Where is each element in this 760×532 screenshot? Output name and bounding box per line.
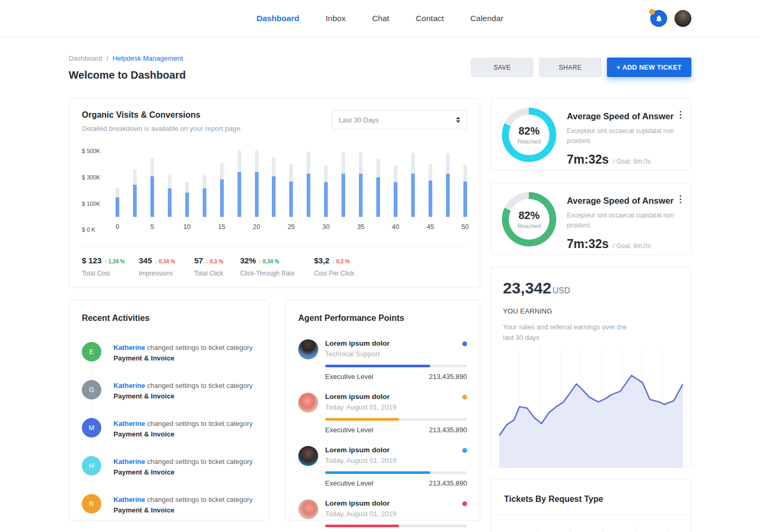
agent-performance-card: Agent Performance Points Lorem ipsum dol… [285,300,480,520]
activity-action: changed settings to ticket category [147,344,253,352]
page-actions: SAVE SHARE + ADD NEW TICKET [471,58,691,77]
x-tick [341,223,345,233]
kebab-menu-icon[interactable] [680,195,681,203]
activity-actor[interactable]: Katherine [113,382,145,390]
x-tick: 40 [394,223,397,233]
kpi-delta: ↓ 0,3 % [332,259,349,264]
header-icons [650,10,691,27]
kpi-value: 345 [139,256,152,265]
x-tick [272,223,276,233]
activity-text: Katherine changed settings to ticket cat… [113,380,253,401]
nav-item-inbox[interactable]: Inbox [326,14,346,23]
organic-bar-chart: $ 500K$ 300K$ 100K$ 0 K [116,148,467,217]
activity-avatar: M [82,418,101,438]
activity-text: Katherine changed settings to ticket cat… [113,494,253,515]
kebab-menu-icon[interactable] [680,111,681,119]
y-tick: $ 100K [82,201,100,207]
average-speed-card: 82% Reached Average Speed of Answer Exce… [491,183,691,255]
bar [203,148,206,217]
x-tick: 10 [185,223,189,233]
agent-name: Lorem ipsum dolor [325,499,396,507]
activity-item[interactable]: H Katherine changed settings to ticket c… [82,456,256,477]
earnings-currency: USD [553,286,571,296]
organic-card-title: Organic Visits & Conversions [82,110,242,120]
nav-item-chat[interactable]: Chat [372,14,390,23]
speed-cards: 82% Reached Average Speed of Answer Exce… [491,98,691,255]
agent-row[interactable]: Lorem ipsum dolor Today, August 01, 2019… [298,393,467,434]
agent-list: Lorem ipsum dolor Technical Support Exec… [298,339,467,532]
activity-item[interactable]: E Katherine changed settings to ticket c… [82,342,256,363]
user-avatar[interactable] [674,10,691,27]
bar [272,148,276,217]
bar [394,148,397,217]
x-axis-ticks: 05101520253035404550 [116,223,467,233]
y-tick: $ 0 K [82,226,96,233]
agent-name: Lorem ipsum dolor [325,446,396,454]
page-topbar: Dashboard / Helpdesk Management Welcome … [69,54,691,81]
bell-icon [655,14,663,23]
bar [307,148,310,217]
x-tick: 45 [429,223,432,233]
notification-badge [649,9,655,15]
speed-value: 7m:32s [567,153,609,167]
activity-actor[interactable]: Katherine [113,496,145,504]
agent-progress-fill [325,365,430,367]
bar [411,148,415,217]
x-tick [307,223,310,233]
y-tick: $ 500K [82,148,100,154]
organic-card-subtitle: Detailed breakdown is available on your … [82,125,242,132]
recent-activities-title: Recent Activities [82,314,256,323]
activity-actor[interactable]: Katherine [113,420,145,428]
kpi-stat: 57↓ 0,3 % Total Click [194,256,240,277]
activity-item[interactable]: R Katherine changed settings to ticket c… [82,494,256,515]
breadcrumb-current[interactable]: Helpdesk Management [112,54,183,62]
kpi-label: Cost Per Click [314,270,354,277]
activity-item[interactable]: G Katherine changed settings to ticket c… [82,380,256,401]
bar [168,148,172,217]
activity-text: Katherine changed settings to ticket cat… [113,456,253,477]
kpi-value: 57 [194,256,203,265]
agent-row[interactable]: Lorem ipsum dolor Today, August 01, 2019… [298,499,467,532]
agent-subtitle: Today, August 01, 2019 [325,457,396,464]
top-header: DashboardInboxChatContactCalendar [0,0,760,37]
bar [185,148,189,217]
save-button[interactable]: SAVE [471,58,534,77]
bar-series [116,148,467,217]
activity-target: Payment & Invoice [113,506,175,514]
agent-row[interactable]: Lorem ipsum dolor Technical Support Exec… [298,339,467,381]
nav-item-calendar[interactable]: Calendar [470,14,504,23]
nav-item-contact[interactable]: Contact [416,14,444,23]
earnings-label: YOU EARNING [503,307,679,315]
earnings-area-chart [499,348,683,468]
kpi-delta: ↓ 0,3 % [206,259,223,264]
add-new-ticket-button[interactable]: + ADD NEW TICKET [607,58,691,77]
agent-progress-track [325,471,467,474]
agent-status-dot-icon [462,448,467,453]
main-content: Organic Visits & Conversions Detailed br… [69,98,691,532]
breadcrumb-root[interactable]: Dashboard [69,54,102,62]
earnings-card: 23,342 USD YOU EARNING Your sales and re… [491,267,691,467]
donut-gauge: 82% Reached [502,108,556,162]
x-tick [446,223,450,233]
activity-avatar: H [82,456,101,476]
agent-row[interactable]: Lorem ipsum dolor Today, August 01, 2019… [298,446,467,487]
share-button[interactable]: SHARE [539,58,602,77]
agent-performance-title: Agent Performance Points [298,314,467,323]
tickets-chart-gridlines [538,527,668,532]
date-range-select[interactable]: Last 30 Days [332,110,467,129]
x-tick: 30 [324,223,328,233]
x-tick [133,223,137,233]
agent-status-dot-icon [462,395,467,400]
activity-actor[interactable]: Katherine [113,344,145,352]
agent-points: 213,435,890 [429,373,467,381]
bar [150,148,154,217]
donut-caption: Reached [517,138,540,145]
activity-actor[interactable]: Katherine [113,458,145,466]
x-tick [238,223,241,233]
bar [116,148,119,217]
activity-item[interactable]: M Katherine changed settings to ticket c… [82,418,256,439]
activity-action: changed settings to ticket category [147,458,253,466]
nav-item-dashboard[interactable]: Dashboard [256,14,299,23]
notifications-button[interactable] [650,10,667,27]
speed-card-description: Excepteur sint occaecat cupidatat non pr… [567,211,674,230]
